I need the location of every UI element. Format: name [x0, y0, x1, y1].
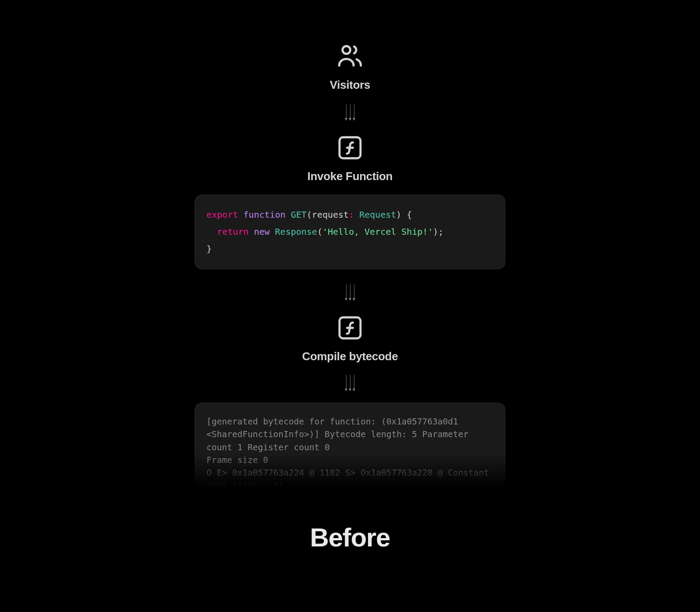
svg-point-0	[343, 46, 350, 54]
class-name: Response	[275, 226, 317, 237]
visitors-title: Visitors	[330, 78, 371, 92]
visitors-icon	[336, 42, 364, 70]
flow-arrows	[346, 104, 354, 120]
page-title: Before	[310, 522, 390, 553]
function-icon	[336, 314, 364, 342]
kw-return: return	[217, 226, 248, 237]
fn-name: GET	[291, 209, 307, 220]
kw-new: new	[254, 226, 270, 237]
kw-function: function	[243, 209, 285, 220]
invoke-title: Invoke Function	[308, 170, 393, 183]
code-block: export function GET(request: Request) { …	[195, 195, 505, 269]
compile-section: Compile bytecode	[302, 314, 398, 363]
kw-export: export	[206, 209, 238, 220]
visitors-section: Visitors	[330, 42, 371, 92]
compile-title: Compile bytecode	[302, 350, 398, 363]
bytecode-block: [generated bytecode for function: (0x1a0…	[195, 403, 505, 487]
string-literal: 'Hello, Vercel Ship!'	[322, 226, 433, 237]
function-icon	[336, 134, 364, 162]
flow-arrows	[346, 375, 354, 390]
invoke-section: Invoke Function	[308, 134, 393, 183]
flow-arrows	[346, 284, 354, 300]
